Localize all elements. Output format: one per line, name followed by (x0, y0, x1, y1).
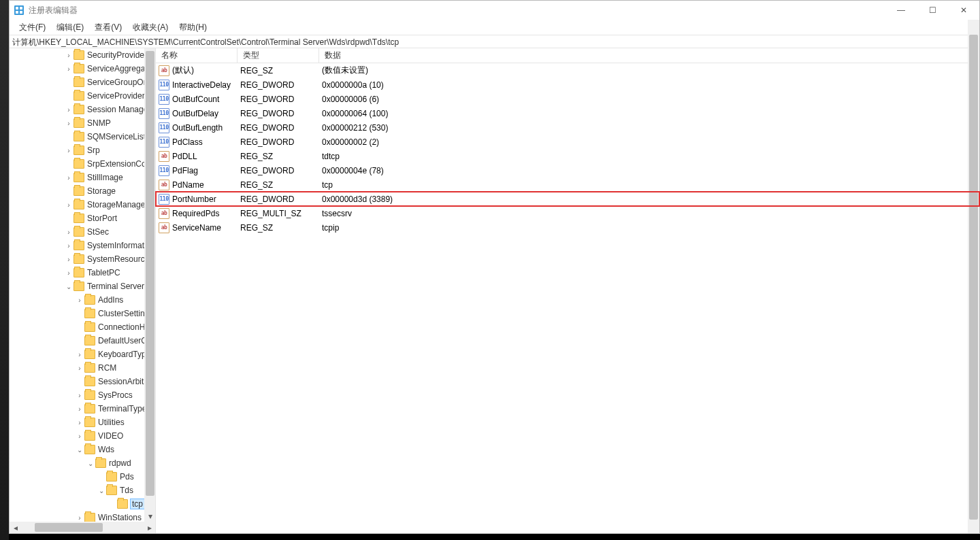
tree-vertical-scrollbar[interactable]: ▴ ▾ (144, 48, 156, 522)
value-row[interactable]: 110PdClassREG_DWORD0x00000002 (2) (156, 135, 979, 149)
value-row[interactable]: 110OutBufDelayREG_DWORD0x00000064 (100) (156, 106, 979, 120)
tree-node[interactable]: ›Srp (10, 144, 155, 157)
tree-node[interactable]: ·SessionArbitra (10, 375, 155, 388)
expand-icon-open[interactable]: ⌄ (86, 460, 95, 467)
tree-node[interactable]: ›SysProcs (10, 388, 155, 402)
expand-icon-closed[interactable]: › (75, 433, 84, 440)
expand-icon-closed[interactable]: › (64, 201, 74, 209)
expand-icon-closed[interactable]: › (64, 106, 74, 114)
column-header-name[interactable]: 名称 (156, 48, 238, 63)
value-row[interactable]: 110PdFlagREG_DWORD0x0000004e (78) (156, 163, 979, 178)
tree-node[interactable]: ·Pds (10, 470, 155, 484)
tree-node[interactable]: ⌄Wds (10, 443, 155, 456)
scroll-thumb[interactable] (969, 35, 978, 520)
folder-icon (95, 458, 106, 468)
scroll-thumb[interactable] (146, 51, 154, 496)
value-row[interactable]: ab(默认)REG_SZ(数值未设置) (156, 63, 979, 78)
expand-icon-closed[interactable]: › (75, 514, 84, 522)
menu-file[interactable]: 文件(F) (15, 20, 50, 35)
value-name: PortNumber (172, 195, 216, 204)
tree-horizontal-scrollbar[interactable]: ◂ ▸ (10, 522, 155, 533)
expand-icon-closed[interactable]: › (64, 52, 74, 59)
tree-node[interactable]: ›StSec (10, 225, 155, 239)
tree-node[interactable]: ›StillImage (10, 171, 155, 184)
value-row[interactable]: abPdNameREG_SZtcp (156, 178, 979, 192)
column-header-data[interactable]: 数据 (319, 48, 979, 63)
scroll-down-icon[interactable]: ▾ (144, 510, 156, 522)
expand-icon-closed[interactable]: › (75, 419, 84, 426)
value-row[interactable]: 110PortNumberREG_DWORD0x00000d3d (3389) (156, 192, 979, 206)
column-header-type[interactable]: 类型 (238, 48, 319, 63)
close-button[interactable]: ✕ (948, 1, 979, 20)
expand-icon-closed[interactable]: › (75, 405, 84, 413)
expand-icon-closed[interactable]: › (75, 351, 84, 358)
value-row[interactable]: abServiceNameREG_SZtcpip (156, 220, 979, 235)
value-type: REG_DWORD (238, 95, 319, 104)
tree-node[interactable]: ·SrpExtensionCon (10, 157, 155, 171)
scroll-right-icon[interactable]: ▸ (144, 522, 155, 533)
value-row[interactable]: 110OutBufLengthREG_DWORD0x00000212 (530) (156, 120, 979, 135)
tree-node[interactable]: ·StorPort (10, 212, 155, 225)
value-row[interactable]: 110InteractiveDelayREG_DWORD0x0000000a (… (156, 78, 979, 92)
tree-node[interactable]: ›ServiceAggregat (10, 62, 155, 75)
tree-node[interactable]: ·ConnectionHa (10, 320, 155, 334)
expand-icon-closed[interactable]: › (75, 365, 84, 372)
menu-edit[interactable]: 编辑(E) (52, 20, 88, 35)
folder-icon (84, 336, 95, 345)
tree-node[interactable]: ›AddIns (10, 293, 155, 307)
expand-icon-closed[interactable]: › (64, 229, 74, 236)
tree-node[interactable]: ›Session Manage (10, 103, 155, 116)
tree-node[interactable]: ›SNMP (10, 116, 155, 130)
tree-node[interactable]: ·ClusterSettings (10, 307, 155, 320)
tree-node[interactable]: ›KeyboardType (10, 348, 155, 361)
menu-help[interactable]: 帮助(H) (175, 20, 211, 35)
maximize-button[interactable]: ☐ (917, 1, 948, 20)
tree-node[interactable]: ·Storage (10, 184, 155, 198)
tree-node[interactable]: ·DefaultUserCo (10, 334, 155, 348)
tree-node[interactable]: ›TerminalTypes (10, 402, 155, 416)
tree-node[interactable]: ›SystemInformati (10, 239, 155, 252)
expand-icon-open[interactable]: ⌄ (97, 487, 106, 494)
tree-node[interactable]: ›SecurityProviders (10, 48, 155, 62)
expand-icon-open[interactable]: ⌄ (75, 446, 84, 454)
menu-view[interactable]: 查看(V) (91, 20, 126, 35)
tree-node[interactable]: ›StorageManager (10, 198, 155, 212)
tree-node[interactable]: ·SQMServiceList (10, 130, 155, 144)
expand-icon-closed[interactable]: › (64, 120, 74, 127)
menu-favorites[interactable]: 收藏夹(A) (129, 20, 172, 35)
scroll-thumb[interactable] (35, 523, 103, 532)
tree-node[interactable]: ›TabletPC (10, 266, 155, 280)
tree-node[interactable]: ·ServiceGroupOrd (10, 75, 155, 89)
scroll-left-icon[interactable]: ◂ (10, 522, 21, 533)
expand-icon-closed[interactable]: › (75, 297, 84, 304)
window-vertical-scrollbar[interactable] (968, 20, 979, 533)
expand-icon-open[interactable]: ⌄ (64, 283, 74, 290)
tree-node[interactable]: ⌄Tds (10, 484, 155, 497)
title-bar[interactable]: 注册表编辑器 — ☐ ✕ (10, 1, 979, 20)
expand-icon-closed[interactable]: › (75, 392, 84, 399)
value-row[interactable]: abPdDLLREG_SZtdtcp (156, 149, 979, 163)
tree-node[interactable]: ⌄Terminal Server (10, 280, 155, 293)
values-list[interactable]: ab(默认)REG_SZ(数值未设置)110InteractiveDelayRE… (156, 63, 979, 235)
value-row[interactable]: 110OutBufCountREG_DWORD0x00000006 (6) (156, 92, 979, 106)
address-bar[interactable]: 计算机\HKEY_LOCAL_MACHINE\SYSTEM\CurrentCon… (10, 35, 979, 48)
expand-icon-closed[interactable]: › (64, 65, 74, 73)
tree-node[interactable]: ›SystemResource (10, 252, 155, 266)
tree-node[interactable]: ›Utilities (10, 416, 155, 429)
tree-node[interactable]: ›VIDEO (10, 429, 155, 443)
expand-icon-closed[interactable]: › (64, 269, 74, 277)
expand-icon-closed[interactable]: › (64, 174, 74, 182)
tree-node[interactable]: ·ServiceProvider (10, 89, 155, 103)
list-headers[interactable]: 名称 类型 数据 (156, 48, 979, 63)
tree-node[interactable]: ·tcp (10, 497, 155, 511)
tree-node-label: Tds (120, 486, 133, 495)
registry-tree[interactable]: ›SecurityProviders›ServiceAggregat·Servi… (10, 48, 155, 522)
tree-node[interactable]: ⌄rdpwd (10, 456, 155, 470)
tree-node[interactable]: ›RCM (10, 361, 155, 375)
expand-icon-closed[interactable]: › (64, 256, 74, 263)
tree-node[interactable]: ›WinStations (10, 511, 155, 522)
expand-icon-closed[interactable]: › (64, 147, 74, 154)
value-row[interactable]: abRequiredPdsREG_MULTI_SZtssecsrv (156, 206, 979, 220)
minimize-button[interactable]: — (885, 1, 917, 20)
expand-icon-closed[interactable]: › (64, 242, 74, 250)
